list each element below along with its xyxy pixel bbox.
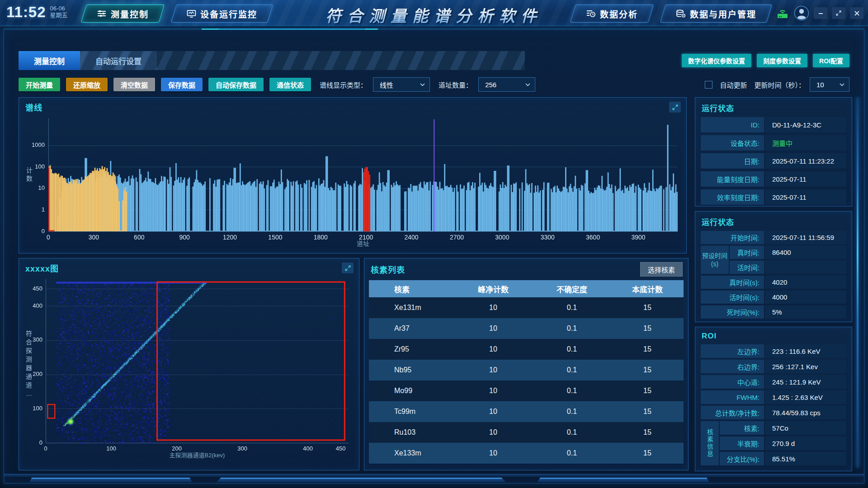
nuclide-cell: Ru103 [369,422,454,443]
scatter-expand-icon[interactable] [342,263,354,273]
nuclide-cell: Xe133m [369,443,454,464]
run-status-2-title: 运行状态 [702,216,846,227]
nuclide-column-header[interactable]: 本底计数 [611,280,684,297]
status-row-value: 4000 [765,291,846,304]
titlebar: 11:52 06-06 星期五 测量控制设备运行监控 符合测量能谱分析软件 数据… [0,0,868,26]
status-row-label: 开始时间: [701,231,764,244]
nav-button-data-user-management[interactable]: 数据与用户管理 [660,5,772,23]
top-accent-line [4,28,864,30]
nav-button-measurement-control[interactable]: 测量控制 [81,5,165,23]
status-row-value: 2025-07-11 11:23:22 [765,153,846,169]
spectrum-panel-header: 谱线 [19,98,686,114]
footer-trapezoid [29,478,192,482]
nuclide-row[interactable]: Zr95100.115 [369,339,684,360]
tab-auto-run-settings[interactable]: 自动运行设置 [80,51,157,70]
status-row: 真时间: 86400 [730,246,846,259]
nuclide-column-header[interactable]: 不确定度 [533,280,611,297]
update-interval-value: 10 [816,81,824,89]
nuclide-cell: 0.1 [533,360,611,380]
spectrum-panel: 谱线 [19,97,687,253]
status-row-label: 真时间(s): [701,276,764,289]
nuclide-column-header[interactable]: 核素 [369,280,454,297]
status-row: FWHM:1.425 : 2.63 KeV [701,390,846,404]
update-interval-select[interactable]: 10 [810,77,849,92]
nav-button-label: 设备运行监控 [200,8,257,20]
status-row-label: 日期: [701,153,764,169]
status-row: 能量刻度日期:2025-07-11 [701,171,846,187]
report-clock-icon [586,9,596,18]
nuclide-row[interactable]: Ar37100.115 [369,318,684,339]
auto-update-checkbox[interactable] [705,81,712,89]
chevron-down-icon [420,83,425,86]
nuclide-cell: 15 [611,297,684,318]
footer-decoration [4,472,864,483]
reset-zoom-button[interactable]: 还原缩放 [66,78,108,91]
status-row-value: 5% [765,305,846,319]
status-row-value: 2025-07-11 [765,189,846,205]
status-row-value: 测量中 [765,135,846,150]
nuclide-row[interactable]: Nb95100.115 [369,360,684,380]
digitizer-params-button[interactable]: 数字化谱仪参数设置 [682,54,751,67]
display-type-value: 线性 [380,80,393,89]
nuclide-row[interactable]: Xe133m100.115 [369,443,684,464]
nav-right: 数据分析数据与用户管理 [573,5,769,23]
database-gear-icon [676,9,686,18]
auto-save-data-button[interactable]: 自动保存数据 [208,78,264,91]
nav-left: 测量控制设备运行监控 [84,5,270,23]
nuclide-cell: 10 [454,318,533,339]
status-row: 核素: 57Co [720,421,846,435]
clock-time: 11:52 [6,4,46,21]
clock: 11:52 06-06 星期五 [6,4,68,21]
nuclide-row[interactable]: Tc99m100.115 [369,401,684,422]
start-measurement-button[interactable]: 开始测量 [19,78,60,91]
status-row-value: 256 :127.1 Kev [765,360,846,373]
run-status-1-rows: ID:D0-11-A9-12-3C设备状态:测量中日期:2025-07-11 1… [701,117,846,205]
nav-button-data-analysis[interactable]: 数据分析 [570,5,654,23]
user-avatar-icon[interactable] [794,5,809,21]
nuclide-cell: 10 [454,339,533,360]
nuclide-row[interactable]: Ru103100.115 [369,422,684,443]
roi-config-button[interactable]: ROI配置 [813,54,849,67]
footer-bar [4,474,864,477]
scatter-title: xxxxx图 [25,262,59,274]
coincidence-scatter-chart[interactable] [22,275,355,461]
nuclide-cell: 0.1 [533,297,611,318]
status-row-label: 核素: [720,421,764,435]
select-nuclide-button[interactable]: 选择核素 [640,262,683,277]
nuclide-list-panel: 核素列表 选择核素 核素峰净计数不确定度本底计数Xe131m100.115Ar3… [364,258,689,470]
auto-update-label: 自动更新 [720,80,747,89]
maximize-button[interactable] [832,7,845,19]
status-row: 死时间(%):5% [701,305,846,319]
spectrum-chart[interactable] [22,114,682,248]
right-accent-scrollbar[interactable] [857,97,859,468]
spectrum-expand-icon[interactable] [669,102,681,113]
network-device-icon[interactable] [776,7,789,19]
nuclide-row[interactable]: Xe131m100.115 [369,297,684,318]
nav-button-device-monitoring[interactable]: 设备运行监控 [171,5,273,23]
close-button[interactable] [850,7,863,19]
run-status-1-title: 运行状态 [702,102,846,113]
status-row-label: FWHM: [701,390,764,404]
status-row-value: 245 : 121.9 KeV [765,375,846,389]
toolbar-right: 自动更新 更新时间（秒）： 10 [705,77,849,92]
nuclide-info-group: 核素信息 核素: 57Co 半衰期: 270.9 d 分支比(%): 85.51… [701,421,846,465]
status-row: 总计数/净计数:78.44/59.83 cps [701,406,846,419]
clear-data-button[interactable]: 清空数据 [113,78,155,91]
minimize-button[interactable] [814,7,827,19]
status-row-value: 223 : 116.6 KeV [765,344,846,358]
update-interval-label: 更新时间（秒）： [754,80,805,89]
nuclide-cell: 10 [454,297,533,318]
display-type-select[interactable]: 线性 [373,77,430,92]
run-status-2-rows: 真时间(s):4020活时间(s):4000死时间(%):5% [701,276,846,319]
nuclide-column-header[interactable]: 峰净计数 [454,280,533,297]
channel-count-select[interactable]: 256 [478,77,535,92]
status-row: 开始时间: 2025-07-11 11:56:59 [701,231,846,244]
nuclide-cell: 15 [611,360,684,380]
status-row-label: 半衰期: [720,436,764,450]
calibration-params-button[interactable]: 刻度参数设置 [757,54,807,67]
clock-date-value: 06-06 [50,5,68,12]
save-data-button[interactable]: 保存数据 [161,78,203,91]
nuclide-row[interactable]: Mo99100.115 [369,380,684,401]
comm-status-button[interactable]: 通信状态 [269,78,311,91]
tab-measurement-control[interactable]: 测量控制 [19,51,80,70]
